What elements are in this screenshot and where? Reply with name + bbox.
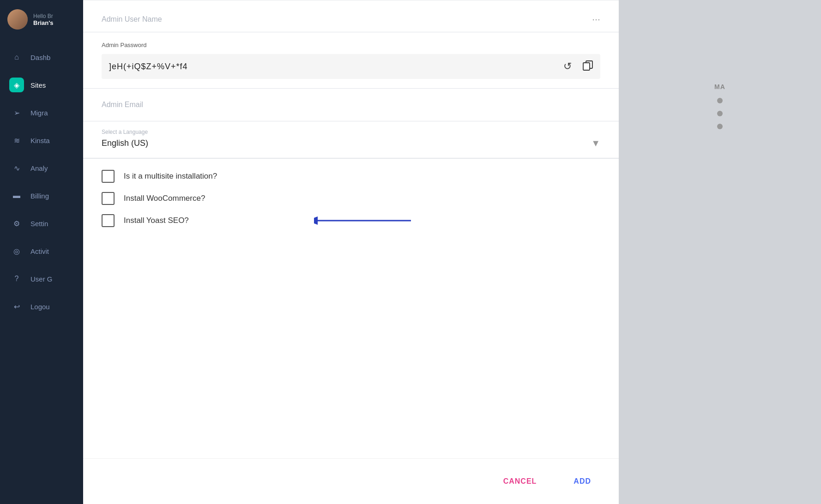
multisite-label: Is it a multisite installation? — [124, 172, 217, 181]
copy-password-button[interactable] — [583, 60, 593, 72]
sidebar-nav: ⌂ Dashb ◈ Sites ➢ Migra ≋ Kinsta ∿ — [0, 39, 83, 504]
kinsta-icon: ≋ — [9, 133, 24, 148]
sidebar-item-logout[interactable]: ↩ Logou — [0, 293, 83, 320]
dots-menu-icon[interactable]: ⋯ — [592, 14, 600, 24]
language-label: Select a Language — [102, 129, 600, 135]
right-dot-3 — [717, 124, 723, 129]
sidebar-item-billing[interactable]: ▬ Billing — [0, 182, 83, 210]
arrow-annotation — [314, 215, 416, 226]
admin-username-section: ⋯ — [83, 0, 619, 32]
modal-overlay: ⋯ Admin Password ]eH(+iQ$Z+%V+*f4 ↺ — [83, 0, 821, 504]
home-icon: ⌂ — [9, 50, 24, 65]
right-panel-label: MA — [714, 83, 725, 90]
yoastseo-label: Install Yoast SEO? — [124, 216, 189, 225]
sidebar-item-activity[interactable]: ◎ Activit — [0, 237, 83, 265]
language-select-row[interactable]: English (US) ▼ — [102, 138, 600, 149]
password-label: Admin Password — [102, 42, 600, 48]
sidebar-item-user[interactable]: ? User G — [0, 265, 83, 293]
language-section: Select a Language English (US) ▼ — [83, 121, 619, 158]
yoastseo-checkbox[interactable] — [102, 214, 115, 227]
spacer — [83, 238, 619, 458]
admin-password-section: Admin Password ]eH(+iQ$Z+%V+*f4 ↺ — [83, 32, 619, 89]
sidebar-item-sites[interactable]: ◈ Sites — [0, 71, 83, 99]
admin-username-input[interactable] — [102, 15, 592, 24]
add-button[interactable]: ADD — [564, 473, 600, 490]
admin-email-section — [83, 89, 619, 121]
multisite-checkbox-row[interactable]: Is it a multisite installation? — [102, 170, 600, 183]
right-dot-1 — [717, 98, 723, 103]
woocommerce-checkbox-row[interactable]: Install WooCommerce? — [102, 192, 600, 205]
sidebar-user-info: Hello Br Brian's — [33, 13, 54, 26]
settings-icon: ⚙ — [9, 216, 24, 231]
language-value: English (US) — [102, 138, 148, 148]
billing-icon: ▬ — [9, 188, 24, 203]
svg-rect-1 — [583, 63, 590, 70]
refresh-password-button[interactable]: ↺ — [563, 61, 572, 72]
sites-icon: ◈ — [9, 78, 24, 92]
right-dot-2 — [717, 111, 723, 116]
password-value: ]eH(+iQ$Z+%V+*f4 — [109, 62, 552, 72]
admin-email-input[interactable] — [102, 98, 600, 112]
help-icon: ? — [9, 271, 24, 286]
sidebar-name: Brian's — [33, 19, 54, 26]
yoastseo-checkbox-row[interactable]: Install Yoast SEO? — [102, 214, 600, 227]
chevron-down-icon: ▼ — [591, 138, 600, 149]
sidebar-hello: Hello Br — [33, 13, 54, 19]
logout-icon: ↩ — [9, 299, 24, 314]
password-field-row: ]eH(+iQ$Z+%V+*f4 ↺ — [102, 54, 600, 79]
modal-footer: CANCEL ADD — [83, 458, 619, 504]
migrations-icon: ➢ — [9, 105, 24, 120]
sidebar-item-migrations[interactable]: ➢ Migra — [0, 99, 83, 126]
avatar — [7, 9, 28, 30]
sidebar-item-dashboard[interactable]: ⌂ Dashb — [0, 43, 83, 71]
woocommerce-label: Install WooCommerce? — [124, 194, 205, 203]
cancel-button[interactable]: CANCEL — [494, 473, 546, 490]
sidebar-item-settings[interactable]: ⚙ Settin — [0, 210, 83, 237]
right-panel: MA — [619, 0, 821, 504]
woocommerce-checkbox[interactable] — [102, 192, 115, 205]
sidebar-item-analytics[interactable]: ∿ Analy — [0, 154, 83, 182]
sidebar-item-kinsta[interactable]: ≋ Kinsta — [0, 126, 83, 154]
activity-icon: ◎ — [9, 244, 24, 258]
modal-panel: ⋯ Admin Password ]eH(+iQ$Z+%V+*f4 ↺ — [83, 0, 619, 504]
multisite-checkbox[interactable] — [102, 170, 115, 183]
analytics-icon: ∿ — [9, 161, 24, 175]
main-area: ⋯ Admin Password ]eH(+iQ$Z+%V+*f4 ↺ — [83, 0, 821, 504]
sidebar: Hello Br Brian's ⌂ Dashb ◈ Sites ➢ Migra… — [0, 0, 83, 504]
checkboxes-section: Is it a multisite installation? Install … — [83, 159, 619, 238]
sidebar-header: Hello Br Brian's — [0, 0, 83, 39]
